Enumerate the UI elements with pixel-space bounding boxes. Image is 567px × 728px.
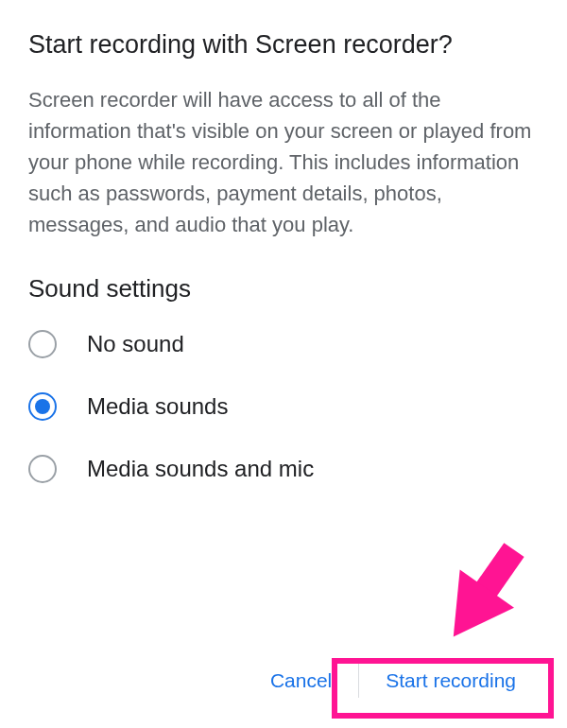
radio-label: No sound: [87, 331, 184, 357]
radio-icon: [28, 330, 57, 358]
start-recording-button[interactable]: Start recording: [363, 656, 539, 705]
dialog-description: Screen recorder will have access to all …: [28, 84, 539, 240]
radio-option-no-sound[interactable]: No sound: [28, 330, 539, 358]
sound-settings-radio-group: No sound Media sounds Media sounds and m…: [28, 330, 539, 483]
radio-label: Media sounds and mic: [87, 456, 314, 482]
svg-marker-1: [426, 570, 514, 652]
button-divider: [358, 664, 359, 698]
radio-icon: [28, 392, 57, 421]
dialog-title: Start recording with Screen recorder?: [28, 28, 539, 61]
radio-option-media-sounds[interactable]: Media sounds: [28, 392, 539, 421]
radio-icon: [28, 455, 57, 483]
svg-rect-0: [472, 543, 524, 601]
radio-option-media-sounds-and-mic[interactable]: Media sounds and mic: [28, 455, 539, 483]
radio-label: Media sounds: [87, 393, 228, 420]
dialog-button-row: Cancel Start recording: [28, 656, 539, 705]
annotation-arrow-icon: [425, 529, 539, 652]
sound-settings-heading: Sound settings: [28, 274, 539, 303]
cancel-button[interactable]: Cancel: [248, 656, 354, 705]
